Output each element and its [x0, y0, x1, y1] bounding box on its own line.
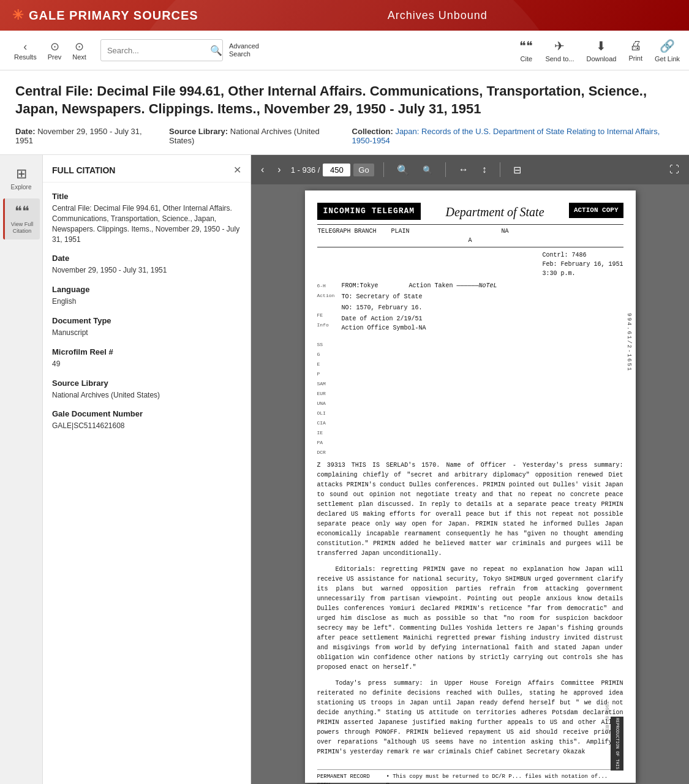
- citation-panel-title: FULL CITATION: [52, 165, 115, 175]
- document-meta: Date: November 29, 1950 - July 31, 1951 …: [15, 127, 674, 145]
- viewer-toolbar: ‹ › 1 - 936 / Go 🔍 🔍 ↔ ↕ ⊟ ⛶: [251, 155, 689, 184]
- left-sidebar: ⊞ Explore ❝❝ View Full Citation: [0, 155, 43, 784]
- top-header: ✳ GALE PRIMARY SOURCES Archives Unbound: [0, 0, 689, 31]
- from-label: FROM:Tokye: [342, 281, 378, 290]
- body-paragraph-1: Z 39313 THIS IS SERLAD's 1570. Name of O…: [317, 461, 623, 559]
- thumbnail-button[interactable]: ⊟: [510, 162, 525, 178]
- department-of-state-label: Department of State: [421, 203, 569, 221]
- reproduction-notice: REPRODUCTION OF THIS: [611, 717, 623, 771]
- citation-field: TitleCentral File: Decimal File 994.61, …: [52, 192, 241, 244]
- zoom-out-button[interactable]: 🔍: [419, 163, 436, 177]
- separator-3: [500, 162, 500, 177]
- cite-button[interactable]: ❝❝ Cite: [519, 39, 533, 62]
- citation-field: DateNovember 29, 1950 - July 31, 1951: [52, 254, 241, 276]
- from-to-content: FROM:Tokye Action Taken —————— NoTeL TO:…: [342, 281, 623, 458]
- date-received: Feb: February 16, 1951: [542, 260, 623, 269]
- main-toolbar: ‹ Results ⊙ Prev ⊙ Next 🔍 Advanced Searc…: [0, 31, 689, 70]
- page-range-label: 1 - 936 /: [291, 165, 320, 175]
- viewer-content: 994.61/2-1651 INCOMING TELEGRAM Departme…: [251, 184, 689, 784]
- citation-field: Microfilm Reel #49: [52, 347, 241, 369]
- prev-button[interactable]: ⊙ Prev: [43, 37, 67, 64]
- citation-panel: FULL CITATION ✕ TitleCentral File: Decim…: [43, 155, 251, 784]
- main-content: ⊞ Explore ❝❝ View Full Citation FULL CIT…: [0, 155, 689, 784]
- citation-close-button[interactable]: ✕: [233, 164, 241, 176]
- go-button[interactable]: Go: [353, 164, 374, 176]
- document-footer: PERMANENT RECORD COPY • This copy must b…: [317, 769, 623, 784]
- body-paragraph-3: Today's press summary: in Upper House Fo…: [317, 679, 623, 757]
- citation-field: Source LibraryNational Archives (United …: [52, 379, 241, 401]
- explore-sidebar-item[interactable]: ⊞ Explore: [3, 161, 40, 195]
- results-button[interactable]: ‹ Results: [9, 37, 42, 64]
- gale-star-icon: ✳: [12, 7, 24, 23]
- telegram-header: INCOMING TELEGRAM Department of State AC…: [317, 203, 623, 221]
- send-to-button[interactable]: ✈ Send to...: [545, 39, 574, 62]
- view-full-citation-sidebar-item[interactable]: ❝❝ View Full Citation: [3, 198, 40, 239]
- action-taken-label: Action Taken ——————: [409, 281, 479, 290]
- print-icon: 🖨: [630, 39, 642, 53]
- next-button[interactable]: ⊙ Next: [67, 37, 91, 64]
- time-received: 3:30 p.m.: [542, 269, 623, 278]
- control-info: Contrl: 7486 Feb: February 16, 1951 3:30…: [317, 251, 623, 278]
- download-icon: ⬇: [596, 39, 606, 53]
- viewer-next-button[interactable]: ›: [274, 162, 284, 178]
- action-taken-value: NoTeL: [479, 281, 497, 290]
- explore-icon: ⊞: [16, 166, 27, 182]
- search-container: 🔍: [100, 39, 223, 61]
- nav-buttons: ‹ Results ⊙ Prev ⊙ Next: [9, 37, 91, 64]
- page-navigation: 1 - 936 / Go: [291, 164, 374, 176]
- to-field: TO: Secretary of State: [342, 292, 623, 301]
- gale-logo-text: GALE PRIMARY SOURCES: [29, 9, 198, 23]
- cite-icon: ❝❝: [519, 39, 533, 53]
- collection-link[interactable]: Japan: Records of the U.S. Department of…: [352, 127, 660, 145]
- fit-height-button[interactable]: ↕: [478, 162, 491, 178]
- send-to-icon: ✈: [554, 39, 565, 53]
- viewer-prev-button[interactable]: ‹: [257, 162, 268, 178]
- control-number: Contrl: 7486: [542, 251, 623, 260]
- citation-field: Document TypeManuscript: [52, 316, 241, 338]
- telegraph-branch-label: TELEGRAPH BRANCH: [317, 228, 376, 235]
- permanent-record-label: PERMANENT RECORD COPY: [317, 773, 386, 784]
- plain-label: PLAIN: [391, 228, 409, 235]
- citation-field: Gale Document NumberGALE|SC5114621608: [52, 409, 241, 431]
- telegram-body: Z 39313 THIS IS SERLAD's 1570. Name of O…: [317, 461, 623, 757]
- vertical-side-text: 994.61/2-1651: [624, 313, 633, 372]
- telegraph-info: TELEGRAPH BRANCH PLAIN NA A: [317, 224, 623, 247]
- header-center-title: Archives Unbound: [198, 9, 677, 22]
- source-library-meta: Source Library: National Archives (Unite…: [169, 127, 333, 145]
- download-button[interactable]: ⬇ Download: [586, 39, 616, 62]
- search-input[interactable]: [107, 46, 210, 55]
- feb-stamp: FEB 10 1951: [604, 701, 611, 734]
- separator-2: [445, 162, 446, 177]
- document-viewer: ‹ › 1 - 936 / Go 🔍 🔍 ↔ ↕ ⊟ ⛶ 994.61/2-16…: [251, 155, 689, 784]
- action-copy-label: ACTION COPY: [569, 203, 623, 218]
- telegram-document: 994.61/2-1651 INCOMING TELEGRAM Departme…: [305, 190, 636, 783]
- field-codes-left: 6-H Action FE Info SS G E P SAM EUR UNA: [317, 281, 342, 458]
- from-to-section: 6-H Action FE Info SS G E P SAM EUR UNA: [317, 281, 623, 458]
- footer-note: • This copy must be returned to DC/R P..…: [386, 773, 623, 784]
- date-of-action: Date of Action 2/19/51: [342, 314, 623, 323]
- separator-1: [383, 162, 384, 177]
- advanced-search-button[interactable]: Advanced Search: [229, 42, 259, 58]
- results-arrow-icon: ‹: [23, 40, 27, 53]
- get-link-button[interactable]: 🔗 Get Link: [655, 39, 680, 62]
- fullscreen-button[interactable]: ⛶: [666, 162, 683, 178]
- date-meta: Date: November 29, 1950 - July 31, 1951: [15, 127, 151, 145]
- incoming-telegram-label: INCOMING TELEGRAM: [317, 203, 421, 220]
- prev-arrow-icon: ⊙: [50, 40, 59, 53]
- page-number-input[interactable]: [323, 164, 350, 176]
- citation-body: TitleCentral File: Decimal File 994.61, …: [43, 183, 250, 450]
- body-paragraph-2: Editorials: regretting PRIMIN gave no re…: [317, 565, 623, 673]
- search-icon: 🔍: [210, 45, 222, 56]
- citation-header: FULL CITATION ✕: [43, 155, 250, 183]
- fit-width-button[interactable]: ↔: [455, 162, 472, 178]
- citation-field: LanguageEnglish: [52, 285, 241, 307]
- no-field: NO: 1570, February 16.: [342, 303, 423, 312]
- gale-logo: ✳ GALE PRIMARY SOURCES: [12, 7, 198, 23]
- document-title-area: Central File: Decimal File 994.61, Other…: [0, 70, 689, 155]
- print-button[interactable]: 🖨 Print: [628, 39, 642, 62]
- collection-meta: Collection: Japan: Records of the U.S. D…: [352, 127, 674, 145]
- zoom-in-button[interactable]: 🔍: [393, 162, 413, 178]
- action-office-symbol: Action Office Symbol-NA: [342, 323, 623, 333]
- next-arrow-icon: ⊙: [75, 40, 84, 53]
- get-link-icon: 🔗: [660, 39, 675, 53]
